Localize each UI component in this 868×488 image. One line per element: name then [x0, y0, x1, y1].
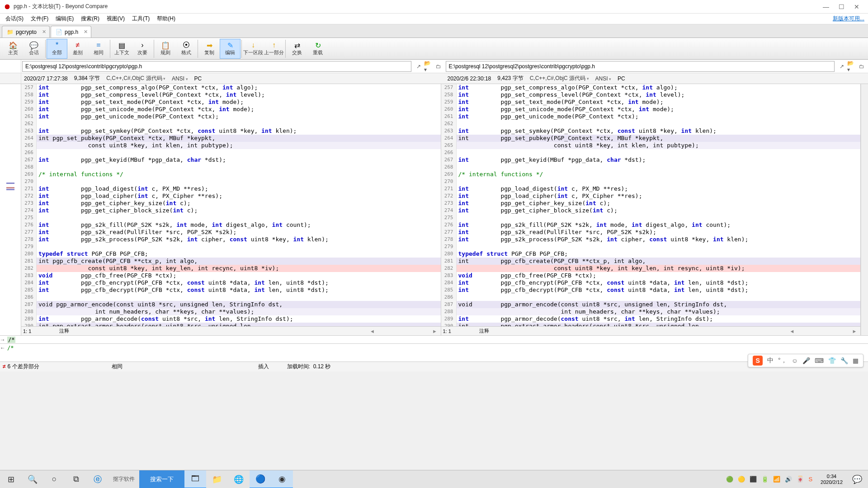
code-line[interactable]: 273int pgp_get_cipher_key_size(int c);	[21, 200, 441, 207]
ime-emoji-icon[interactable]: ☺	[792, 357, 798, 364]
code-line[interactable]: 270	[21, 178, 441, 185]
code-line[interactable]: 275	[441, 214, 861, 221]
code-line[interactable]: 262	[441, 120, 861, 127]
code-line[interactable]: 285int pgp_cfb_decrypt(PGP_CFB *ctx, con…	[21, 286, 441, 294]
code-line[interactable]: 282 const uint8 *key, int key_len, int r…	[441, 265, 861, 272]
code-line[interactable]: 288 int num_headers, char **keys, char *…	[441, 308, 861, 315]
toolbar-格式[interactable]: ⦿格式	[176, 39, 197, 59]
menu-search[interactable]: 搜索(R)	[77, 14, 103, 23]
right-code[interactable]: 257int pgp_set_compress_algo(PGP_Context…	[441, 84, 861, 326]
code-line[interactable]: 283void pgp_cfb_free(PGP_CFB *ctx);	[21, 272, 441, 279]
menu-view[interactable]: 视图(V)	[103, 14, 128, 23]
code-line[interactable]: 263int pgp_set_symkey(PGP_Context *ctx, …	[441, 127, 861, 135]
code-line[interactable]: 269/* internal functions */	[441, 171, 861, 178]
tray-icon[interactable]: ⬛	[750, 476, 757, 483]
right-encoding[interactable]: ANSI	[595, 75, 612, 82]
system-tray[interactable]: 🟢 🟡 ⬛ 🔋 📶 🔊 🀄 S	[722, 476, 817, 483]
toolbar-上下文[interactable]: ▤上下文	[111, 39, 132, 59]
toolbar-次要[interactable]: ›次要	[132, 39, 153, 59]
code-line[interactable]: 277int pgp_s2k_read(PullFilter *src, PGP…	[21, 229, 441, 236]
code-line[interactable]: 269/* internal functions */	[21, 171, 441, 178]
ime-keyboard-icon[interactable]: ⌨	[815, 357, 824, 364]
code-line[interactable]: 274int pgp_get_cipher_block_size(int c);	[441, 207, 861, 214]
cortana-button[interactable]: ○	[43, 470, 65, 488]
toolbar-重载[interactable]: ↻重载	[307, 39, 328, 59]
code-line[interactable]: 265 const uint8 *key, int klen, int pubt…	[441, 142, 861, 149]
code-line[interactable]: 280typedef struct PGP_CFB PGP_CFB;	[21, 250, 441, 258]
update-link[interactable]: 新版本可用...	[833, 15, 866, 23]
open-right-icon[interactable]: ↗	[837, 62, 846, 71]
scroll-right-icon[interactable]: ►	[431, 328, 439, 334]
code-line[interactable]: 258int pgp_set_compress_level(PGP_Contex…	[441, 91, 861, 99]
right-lang[interactable]: C,C++,C#,ObjC 源代码	[530, 75, 589, 82]
sogou-icon[interactable]: S	[753, 356, 763, 366]
code-line[interactable]: 281⇔int pgp_cfb_create(PGP_CFB **ctx_p, …	[21, 258, 441, 265]
tab-pgcrypto[interactable]: 📁 pgcrypto ✕	[2, 26, 50, 38]
tray-sogou-icon[interactable]: S	[808, 476, 812, 483]
ime-lang[interactable]: 中	[767, 357, 774, 365]
minimize-button[interactable]: ―	[823, 4, 829, 10]
tray-icon[interactable]: 🟡	[738, 476, 745, 483]
code-line[interactable]: 261int pgp_get_unicode_mode(PGP_Context …	[21, 113, 441, 120]
ime-skin-icon[interactable]: 👕	[828, 357, 836, 364]
merge-row-bottom[interactable]: ⇠ /*	[0, 343, 868, 361]
menu-file[interactable]: 文件(F)	[27, 14, 52, 23]
code-line[interactable]: 273int pgp_get_cipher_key_size(int c);	[441, 200, 861, 207]
taskview-button[interactable]: ⧉	[65, 470, 87, 488]
code-line[interactable]: 290⇔int pgp extract armor headers(const …	[21, 323, 441, 326]
code-line[interactable]: 287⇔void pgp_armor_encode(const uint8 *s…	[21, 301, 441, 308]
code-line[interactable]: 284int pgp_cfb_encrypt(PGP_CFB *ctx, con…	[441, 279, 861, 286]
code-line[interactable]: 266	[21, 149, 441, 156]
code-line[interactable]: 285int pgp_cfb_decrypt(PGP_CFB *ctx, con…	[441, 286, 861, 294]
left-lang[interactable]: C,C++,C#,ObjC 源代码	[106, 75, 165, 82]
ime-menu-icon[interactable]: ▦	[853, 357, 859, 364]
tray-battery-icon[interactable]: 🔋	[761, 476, 769, 483]
code-line[interactable]: 278int pgp_s2k_process(PGP_S2K *s2k, int…	[21, 236, 441, 243]
close-icon[interactable]: ✕	[41, 29, 47, 34]
code-line[interactable]: 283void pgp_cfb_free(PGP_CFB *ctx);	[441, 272, 861, 279]
ime-punct-icon[interactable]: °，	[778, 357, 787, 365]
code-line[interactable]: 267int pgp_get_keyid(MBuf *pgp_data, cha…	[21, 156, 441, 164]
menu-tools[interactable]: 工具(T)	[128, 14, 153, 23]
code-line[interactable]: 268	[441, 164, 861, 171]
code-line[interactable]: 282 const uint8 *key, int key_len, int r…	[21, 265, 441, 272]
tray-volume-icon[interactable]: 🔊	[785, 476, 792, 483]
search-button[interactable]: 🔍	[22, 470, 43, 488]
code-line[interactable]: 271int pgp_load_digest(int c, PX_MD **re…	[441, 185, 861, 192]
explorer-right-icon[interactable]: 🗀	[857, 62, 866, 71]
left-code[interactable]: 257int pgp_set_compress_algo(PGP_Context…	[21, 84, 441, 326]
code-line[interactable]: 264⇔int pgp_set_pubkey(PGP_Context *ctx,…	[21, 135, 441, 142]
code-line[interactable]: 290⇔int pgp extract armor headers(const …	[441, 323, 861, 326]
toolbar-主页[interactable]: 🏠主页	[3, 39, 24, 59]
left-path-input[interactable]	[22, 61, 411, 72]
code-line[interactable]: 276int pgp_s2k_fill(PGP_S2K *s2k, int mo…	[441, 221, 861, 229]
menu-edit[interactable]: 编辑(E)	[52, 14, 77, 23]
tray-wifi-icon[interactable]: 📶	[773, 476, 780, 483]
taskbar-beyondcompare[interactable]: ◉	[271, 470, 293, 488]
tray-icon[interactable]: 🟢	[726, 476, 733, 483]
code-line[interactable]: 267int pgp_get_keyid(MBuf *pgp_data, cha…	[441, 156, 861, 164]
code-line[interactable]: 276int pgp_s2k_fill(PGP_S2K *s2k, int mo…	[21, 221, 441, 229]
code-line[interactable]: 270	[441, 178, 861, 185]
explorer-left-icon[interactable]: 🗀	[434, 62, 443, 71]
scroll-left-icon[interactable]: ◄	[368, 328, 377, 334]
toolbar-会话[interactable]: 💬会话	[24, 39, 44, 59]
toolbar-相同[interactable]: =相同	[88, 39, 109, 59]
ime-toolbox-icon[interactable]: 🔧	[840, 357, 848, 364]
code-line[interactable]: 279	[441, 243, 861, 250]
tray-ime-icon[interactable]: 🀄	[797, 476, 804, 483]
code-line[interactable]: 265 const uint8 *key, int klen, int pubt…	[21, 142, 441, 149]
vertical-scrollbar[interactable]	[861, 84, 868, 335]
code-line[interactable]: 260int pgp_set_unicode_mode(PGP_Context …	[441, 106, 861, 113]
code-line[interactable]: 289int pgp_armor_decode(const uint8 *src…	[21, 315, 441, 323]
code-line[interactable]: 288 int num_headers, char **keys, char *…	[21, 308, 441, 315]
toolbar-差别[interactable]: ≠差别	[67, 39, 88, 59]
code-line[interactable]: 259int pgp_set_text_mode(PGP_Context *ct…	[441, 99, 861, 106]
code-line[interactable]: 266	[441, 149, 861, 156]
maximize-button[interactable]: ☐	[838, 4, 844, 10]
taskbar-app-1[interactable]: 🗔	[184, 470, 206, 488]
code-line[interactable]: 274int pgp_get_cipher_block_size(int c);	[21, 207, 441, 214]
code-line[interactable]: 258int pgp_set_compress_level(PGP_Contex…	[21, 91, 441, 99]
code-line[interactable]: 275	[21, 214, 441, 221]
code-line[interactable]: 261int pgp_get_unicode_mode(PGP_Context …	[441, 113, 861, 120]
